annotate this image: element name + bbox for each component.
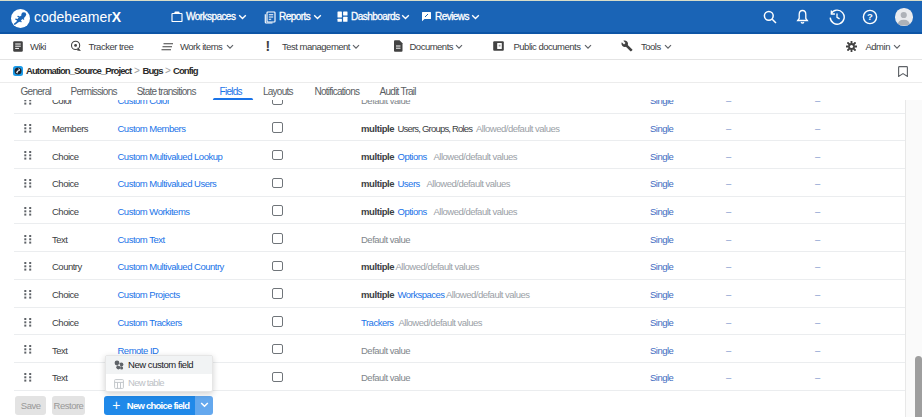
svg-text:?: ?: [867, 11, 873, 22]
